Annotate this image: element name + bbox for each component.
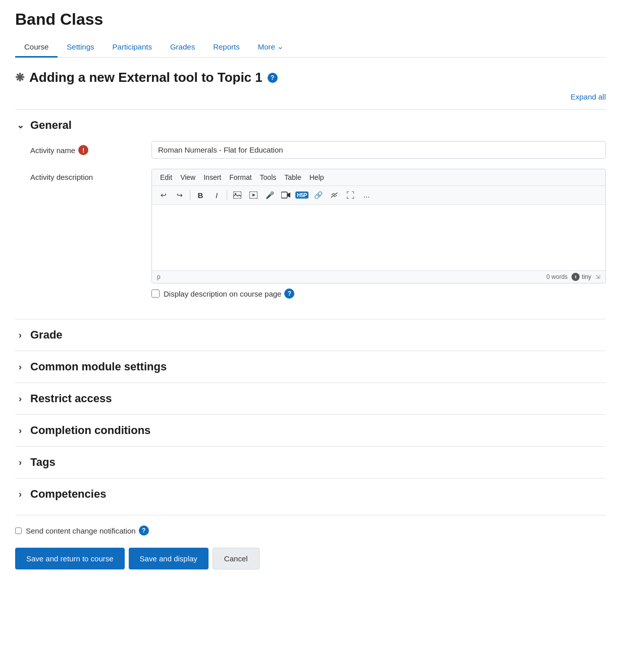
- tinymce-wordcount: 0 words: [546, 273, 567, 280]
- bottom-section: Send content change notification ? Save …: [15, 515, 606, 569]
- toolbar-more[interactable]: …: [359, 188, 374, 202]
- toolbar-bold[interactable]: B: [193, 188, 208, 202]
- send-notification-checkbox[interactable]: [15, 527, 22, 534]
- toolbar-h5p[interactable]: H5P: [294, 188, 309, 202]
- h5p-badge: H5P: [295, 191, 308, 199]
- section-general-content: Activity name ! Activity description Edi…: [15, 141, 606, 319]
- section-tags-chevron: ›: [15, 457, 25, 468]
- heading-help-icon[interactable]: ?: [268, 73, 278, 83]
- section-competencies-chevron: ›: [15, 489, 25, 500]
- svg-marker-3: [252, 194, 255, 197]
- display-description-checkbox[interactable]: [151, 290, 160, 298]
- form-heading: ❋ Adding a new External tool to Topic 1 …: [15, 70, 606, 85]
- display-description-label: Display description on course page ?: [164, 289, 294, 299]
- tinymce-brand-icon: t: [572, 273, 580, 281]
- toolbar-sep-2: [227, 190, 227, 200]
- activity-name-label: Activity name !: [30, 141, 141, 155]
- section-common-module-chevron: ›: [15, 362, 25, 372]
- expand-all-row: Expand all: [15, 89, 606, 104]
- section-competencies-title: Competencies: [30, 488, 106, 501]
- toolbar-record-video[interactable]: [278, 188, 293, 202]
- svg-rect-0: [233, 191, 241, 199]
- menu-view[interactable]: View: [176, 171, 199, 183]
- expand-all-button[interactable]: Expand all: [571, 89, 606, 104]
- menu-tools[interactable]: Tools: [256, 171, 281, 183]
- tinymce-tag: p: [157, 273, 161, 280]
- toolbar-unlink[interactable]: [327, 188, 342, 202]
- page-wrapper: Band Class Course Settings Participants …: [0, 0, 621, 580]
- toolbar-record-audio[interactable]: 🎤: [262, 188, 277, 202]
- tinymce-resize[interactable]: ⇲: [595, 273, 600, 280]
- tab-reports[interactable]: Reports: [204, 37, 249, 58]
- display-description-help-icon[interactable]: ?: [284, 289, 294, 299]
- section-tags: › Tags: [15, 446, 606, 478]
- toolbar-media[interactable]: [246, 188, 261, 202]
- toolbar-link[interactable]: 🔗: [310, 188, 326, 202]
- section-tags-title: Tags: [30, 456, 56, 469]
- activity-name-input[interactable]: [151, 141, 606, 159]
- action-buttons: Save and return to course Save and displ…: [15, 548, 606, 569]
- notification-help-icon[interactable]: ?: [139, 525, 149, 536]
- chevron-down-icon: ⌄: [277, 42, 284, 51]
- section-completion-chevron: ›: [15, 425, 25, 436]
- tab-grades[interactable]: Grades: [161, 37, 204, 58]
- tab-course[interactable]: Course: [15, 37, 58, 58]
- required-icon: !: [78, 145, 88, 155]
- menu-insert[interactable]: Insert: [199, 171, 225, 183]
- menu-help[interactable]: Help: [305, 171, 328, 183]
- tinymce-menubar: Edit View Insert Format Tools Table Help: [152, 169, 605, 186]
- section-grade-chevron: ›: [15, 330, 25, 341]
- tinymce-body[interactable]: [152, 205, 605, 270]
- section-grade-header[interactable]: › Grade: [15, 319, 606, 351]
- section-common-module-header[interactable]: › Common module settings: [15, 351, 606, 382]
- save-return-button[interactable]: Save and return to course: [15, 548, 125, 569]
- display-description-row: Display description on course page ?: [151, 289, 606, 299]
- svg-rect-4: [281, 192, 287, 198]
- form-heading-text: Adding a new External tool to Topic 1: [29, 70, 263, 85]
- toolbar-redo[interactable]: ↪: [172, 188, 187, 202]
- page-title: Band Class: [15, 10, 606, 29]
- tab-participants[interactable]: Participants: [104, 37, 161, 58]
- activity-name-row: Activity name !: [30, 141, 606, 159]
- toolbar-sep-1: [190, 190, 190, 200]
- section-completion: › Completion conditions: [15, 414, 606, 446]
- tinymce-editor: Edit View Insert Format Tools Table Help…: [151, 169, 606, 283]
- tab-settings[interactable]: Settings: [58, 37, 103, 58]
- save-display-button[interactable]: Save and display: [129, 548, 209, 569]
- section-competencies: › Competencies: [15, 478, 606, 510]
- activity-name-control: [151, 141, 606, 159]
- tinymce-toolbar: ↩ ↪ B I 🎤: [152, 186, 605, 205]
- activity-description-label: Activity description: [30, 169, 141, 181]
- toolbar-undo[interactable]: ↩: [156, 188, 171, 202]
- section-restrict-access-title: Restrict access: [30, 392, 112, 405]
- menu-table[interactable]: Table: [280, 171, 305, 183]
- section-restrict-access-chevron: ›: [15, 394, 25, 404]
- tab-more[interactable]: More ⌄: [249, 37, 293, 58]
- svg-marker-5: [287, 193, 290, 198]
- tinymce-brand: t tiny: [572, 273, 591, 281]
- cancel-button[interactable]: Cancel: [213, 548, 260, 569]
- section-general-header[interactable]: ⌄ General: [15, 110, 606, 141]
- section-completion-title: Completion conditions: [30, 424, 150, 437]
- section-restrict-access: › Restrict access: [15, 382, 606, 414]
- menu-format[interactable]: Format: [225, 171, 255, 183]
- toolbar-fullscreen[interactable]: [343, 188, 358, 202]
- section-competencies-header[interactable]: › Competencies: [15, 478, 606, 510]
- section-restrict-access-header[interactable]: › Restrict access: [15, 383, 606, 414]
- nav-tabs: Course Settings Participants Grades Repo…: [15, 37, 606, 58]
- activity-description-row: Activity description Edit View Insert Fo…: [30, 169, 606, 299]
- external-tool-icon: ❋: [15, 71, 24, 84]
- section-general-chevron: ⌄: [15, 120, 25, 131]
- section-general: ⌄ General Activity name ! Activity descr…: [15, 109, 606, 319]
- section-completion-header[interactable]: › Completion conditions: [15, 415, 606, 446]
- toolbar-italic[interactable]: I: [209, 188, 224, 202]
- section-common-module-title: Common module settings: [30, 360, 167, 373]
- section-grade: › Grade: [15, 319, 606, 351]
- menu-edit[interactable]: Edit: [156, 171, 176, 183]
- activity-description-control: Edit View Insert Format Tools Table Help…: [151, 169, 606, 299]
- toolbar-image[interactable]: [230, 188, 245, 202]
- notification-row: Send content change notification ?: [15, 525, 606, 536]
- section-common-module: › Common module settings: [15, 351, 606, 382]
- send-notification-label: Send content change notification ?: [26, 525, 149, 536]
- section-tags-header[interactable]: › Tags: [15, 447, 606, 478]
